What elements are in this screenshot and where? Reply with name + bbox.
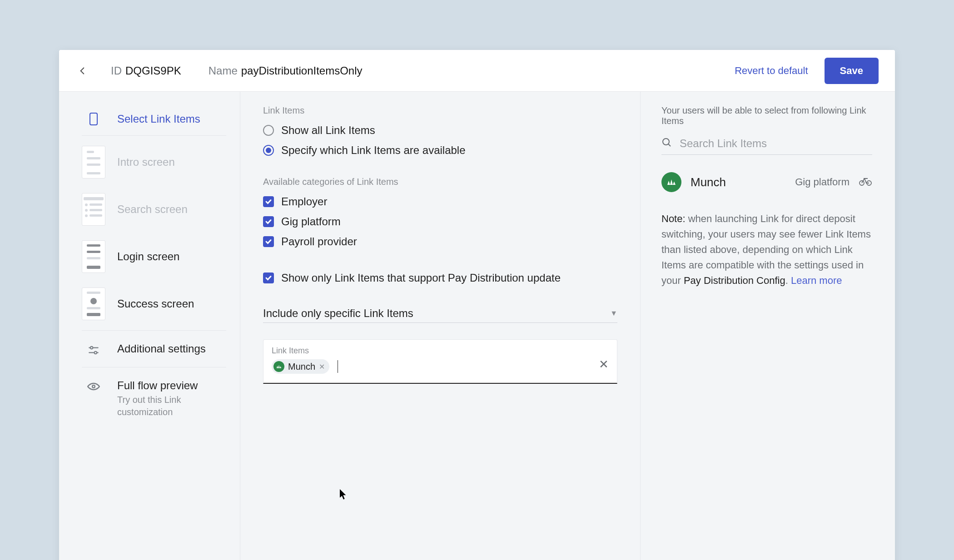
chip-label: Munch: [288, 362, 315, 372]
sidebar-item-success-screen[interactable]: Success screen: [82, 280, 226, 327]
checkbox-gig-platform[interactable]: Gig platform: [263, 212, 617, 232]
chip-remove-icon[interactable]: ✕: [319, 362, 325, 371]
sidebar-item-label: Intro screen: [117, 156, 175, 168]
search-icon: [661, 137, 672, 150]
checkbox-icon: [263, 273, 274, 283]
sidebar-item-intro-screen[interactable]: Intro screen: [82, 139, 226, 186]
checkbox-icon: [263, 236, 274, 247]
include-mode-select[interactable]: Include only specific Link Items ▼: [263, 304, 617, 323]
company-name: Munch: [691, 175, 786, 189]
back-button[interactable]: [75, 64, 89, 78]
sidebar-item-label: Full flow preview: [117, 379, 208, 392]
checkbox-icon: [263, 196, 274, 207]
main-config-panel: Link Items Show all Link Items Specify w…: [240, 92, 641, 560]
svg-point-5: [92, 385, 95, 388]
save-button[interactable]: Save: [825, 58, 879, 84]
text-cursor: [338, 360, 338, 373]
caret-down-icon: ▼: [610, 309, 617, 317]
sliders-icon: [82, 342, 105, 355]
preview-intro-text: Your users will be able to select from f…: [661, 105, 872, 126]
sidebar-item-full-flow-preview[interactable]: Full flow preview Try out this Link cust…: [82, 370, 226, 427]
eye-icon: [82, 379, 105, 391]
radio-specify[interactable]: Specify which Link Items are available: [263, 140, 617, 160]
link-items-chip-input[interactable]: Link Items Munch ✕ ✕: [263, 339, 617, 384]
id-label: ID: [111, 64, 122, 77]
bicycle-icon: [859, 176, 872, 188]
sidebar-item-additional-settings[interactable]: Additional settings: [82, 333, 226, 364]
radio-icon: [263, 145, 274, 156]
svg-point-6: [663, 139, 669, 145]
checkbox-employer[interactable]: Employer: [263, 192, 617, 212]
categories-group-label: Available categories of Link Items: [263, 177, 617, 187]
sidebar-item-label: Select Link Items: [117, 113, 200, 125]
checkbox-label: Employer: [281, 195, 327, 208]
id-value: DQGIS9PK: [125, 64, 181, 77]
revert-button[interactable]: Revert to default: [735, 65, 808, 77]
sidebar-item-label: Additional settings: [117, 342, 206, 355]
config-window: ID DQGIS9PK Name payDistributionItemsOnl…: [59, 50, 895, 560]
svg-line-7: [668, 144, 671, 146]
note-period: .: [785, 275, 791, 286]
search-input[interactable]: [680, 137, 872, 150]
sidebar-item-login-screen[interactable]: Login screen: [82, 233, 226, 280]
svg-point-2: [90, 347, 93, 349]
chip-munch[interactable]: Munch ✕: [272, 359, 329, 374]
radio-icon: [263, 125, 274, 136]
mouse-cursor-icon: [339, 489, 348, 503]
chip-input-label: Link Items: [272, 346, 609, 356]
checkbox-label: Payroll provider: [281, 235, 357, 248]
preview-panel: Your users will be able to select from f…: [641, 92, 895, 560]
sidebar-item-search-screen[interactable]: Search screen: [82, 186, 226, 233]
checkbox-icon: [263, 216, 274, 227]
note-bold: Note:: [661, 213, 686, 224]
radio-show-all[interactable]: Show all Link Items: [263, 120, 617, 140]
header: ID DQGIS9PK Name payDistributionItemsOnl…: [59, 50, 895, 92]
sidebar-item-select-link-items[interactable]: Select Link Items: [82, 105, 226, 133]
screen-thumb-icon: [82, 287, 105, 320]
screen-thumb-icon: [82, 146, 105, 178]
checkbox-label: Gig platform: [281, 215, 341, 228]
learn-more-link[interactable]: Learn more: [791, 275, 842, 286]
checkbox-support-pay-distribution[interactable]: Show only Link Items that support Pay Di…: [263, 268, 617, 288]
sidebar: Select Link Items Intro screen Search sc…: [59, 92, 240, 560]
svg-point-4: [94, 352, 97, 354]
radio-label: Specify which Link Items are available: [281, 144, 466, 157]
name-label: Name: [209, 64, 238, 77]
link-items-group-label: Link Items: [263, 105, 617, 116]
company-logo-icon: [273, 361, 284, 372]
sidebar-item-label: Success screen: [117, 297, 194, 310]
note-config: Pay Distribution Config: [684, 275, 785, 286]
screen-thumb-icon: [82, 240, 105, 273]
note-text: Note: when launching Link for direct dep…: [661, 211, 872, 288]
sidebar-item-label: Login screen: [117, 250, 179, 263]
select-label: Include only specific Link Items: [263, 307, 413, 320]
search-link-items[interactable]: [661, 137, 872, 155]
checkbox-payroll-provider[interactable]: Payroll provider: [263, 232, 617, 252]
company-category-tag: Gig platform: [795, 176, 850, 188]
sidebar-item-subtitle: Try out this Link customization: [117, 394, 208, 418]
link-item-munch[interactable]: Munch Gig platform: [661, 172, 872, 192]
phone-icon: [82, 113, 105, 125]
checkbox-label: Show only Link Items that support Pay Di…: [281, 272, 561, 284]
clear-all-icon[interactable]: ✕: [599, 357, 609, 371]
screen-thumb-icon: [82, 193, 105, 226]
sidebar-item-label: Search screen: [117, 203, 188, 216]
company-logo-icon: [661, 172, 681, 192]
name-value: payDistributionItemsOnly: [241, 64, 363, 77]
radio-label: Show all Link Items: [281, 124, 375, 137]
svg-rect-0: [90, 113, 97, 125]
